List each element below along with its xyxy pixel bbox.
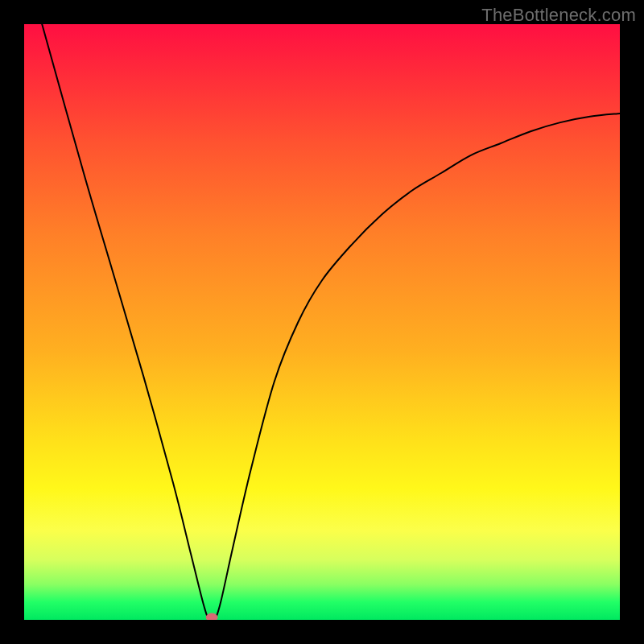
plot-area <box>24 24 620 620</box>
bottleneck-curve <box>42 24 620 620</box>
min-bottleneck-marker <box>206 613 217 620</box>
bottleneck-plot-svg <box>24 24 620 620</box>
watermark-text: TheBottleneck.com <box>481 5 636 26</box>
